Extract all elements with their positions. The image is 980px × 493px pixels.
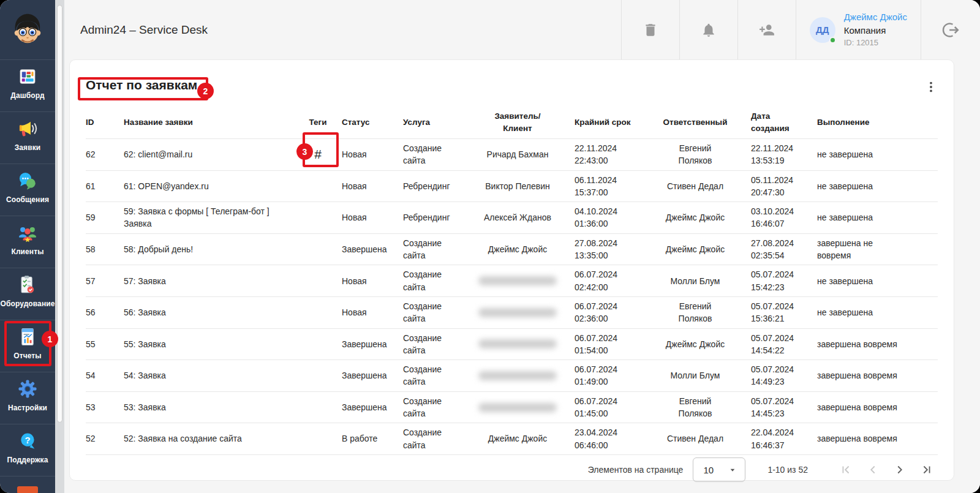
table-row-57[interactable]: 5757: ЗаявкаНоваяСоздание сайта06.07.202… [86, 265, 938, 297]
cell-deadline: 06.07.2024 01:54:00 [567, 329, 653, 360]
cell-id: 62 [86, 139, 124, 170]
sidebar-item-label: Сообщения [6, 195, 49, 204]
kebab-icon [924, 80, 938, 94]
cell-service: Создание сайта [403, 360, 475, 391]
scrollbar-thumb[interactable] [57, 5, 62, 423]
cell-completion: завершена вовремя [817, 392, 938, 423]
sidebar-item-requests[interactable]: Заявки [0, 111, 55, 164]
blurred-client-name [478, 371, 557, 380]
sidebar-scrollbar[interactable] [55, 0, 64, 493]
sidebar-user-avatar[interactable] [0, 0, 55, 59]
cell-deadline: 23.04.2024 06:46:00 [567, 423, 653, 454]
table-row-62[interactable]: 6262: client@mail.ru#НоваяСоздание сайта… [86, 139, 938, 171]
cell-service: Создание сайта [403, 265, 475, 296]
cell-created: 27.08.2024 02:35:54 [745, 234, 817, 265]
cell-responsible: Молли Блум [653, 360, 745, 391]
cell-name: 61: OPEN@yandex.ru [124, 171, 301, 202]
logout-icon [941, 21, 960, 39]
cell-name: 52: Заявка на создание сайта [124, 423, 301, 454]
page-size-select[interactable]: 10 [693, 457, 745, 482]
bell-icon [701, 22, 717, 38]
cell-created: 05.07.2024 15:36:21 [745, 297, 817, 328]
cell-service: Ребрендинг [403, 171, 475, 202]
cell-service: Создание сайта [403, 329, 475, 360]
cell-responsible: Стивен Дедал [653, 171, 745, 202]
cell-tags [301, 360, 342, 391]
user-initials: ДД [816, 24, 829, 35]
sidebar-item-settings[interactable]: Настройки [0, 372, 55, 424]
notifications-button[interactable] [680, 0, 737, 59]
trash-button[interactable] [622, 0, 679, 59]
cell-completion: не завершена [817, 139, 938, 170]
cell-completion: не завершена [817, 297, 938, 328]
cell-service: Создание сайта [403, 392, 475, 423]
cell-tags [301, 297, 342, 328]
sidebar-item-clients[interactable]: Клиенты [0, 216, 55, 268]
sidebar-item-label: Дашборд [10, 91, 44, 100]
cell-name: 59: Заявка с формы [ Телеграм-бот ] Заяв… [124, 202, 301, 233]
cell-created: 05.07.2024 14:54:22 [745, 329, 817, 360]
first-page-button [836, 460, 856, 480]
cell-status: Новая [342, 171, 403, 202]
sidebar-item-dashboard[interactable]: Дашборд [0, 59, 55, 111]
table-row-54[interactable]: 5454: ЗаявкаЗавершенаСоздание сайта06.07… [86, 360, 938, 392]
cell-deadline: 22.11.2024 22:43:00 [567, 139, 653, 170]
cell-name: 55: Заявка [124, 329, 301, 360]
caret-down-icon [728, 465, 737, 475]
sidebar-item-label: Отчеты [13, 352, 41, 360]
logout-button[interactable] [921, 0, 980, 59]
sidebar-item-support[interactable]: Поддержка [0, 424, 55, 476]
next-page-icon [893, 463, 907, 476]
sidebar: Дашборд Заявки Сообщения Клиенты Оборудо… [0, 0, 55, 493]
blurred-client-name [478, 339, 557, 348]
table-row-53[interactable]: 5353: ЗаявкаЗавершенаСоздание сайта06.07… [86, 392, 938, 424]
kebab-menu-button[interactable] [921, 77, 941, 99]
cell-service: Создание сайта [403, 423, 475, 454]
requests-table: IDНазвание заявкиТегиСтатусУслугаЗаявите… [86, 107, 938, 455]
cell-name: 54: Заявка [124, 360, 301, 391]
prev-page-button [863, 460, 883, 480]
content-area: Отчет по заявкам IDНазвание заявкиТегиСт… [64, 59, 980, 493]
table-row-58[interactable]: 5858: Добрый день!ЗавершенаСоздание сайт… [86, 234, 938, 266]
cell-client: Виктор Пелевин [475, 171, 567, 202]
tag-hash[interactable]: # [314, 145, 322, 164]
table-row-59[interactable]: 5959: Заявка с формы [ Телеграм-бот ] За… [86, 202, 938, 234]
cell-deadline: 06.07.2024 01:49:00 [567, 360, 653, 391]
column-header-id: ID [86, 107, 124, 138]
table-row-52[interactable]: 5252: Заявка на создание сайтаВ работеСо… [86, 423, 938, 455]
sidebar-item-equipment[interactable]: Оборудование [0, 268, 55, 320]
sidebar-item-messages[interactable]: Сообщения [0, 164, 55, 216]
cell-status: Новая [342, 139, 403, 170]
blurred-client-name [478, 403, 557, 412]
cell-client [475, 297, 567, 328]
sidebar-item-reports[interactable]: Отчеты [0, 320, 55, 372]
add-user-button[interactable] [738, 0, 796, 59]
cell-client [475, 265, 567, 296]
sidebar-item-label: Поддержка [7, 456, 48, 464]
cell-responsible: Молли Блум [653, 265, 745, 296]
blurred-client-name [478, 276, 557, 285]
cell-client [475, 329, 567, 360]
user-initials-avatar: ДД [810, 17, 835, 43]
table-row-61[interactable]: 6161: OPEN@yandex.ruНоваяРебрендингВикто… [86, 171, 938, 203]
cell-status: Новая [342, 202, 403, 233]
table-row-55[interactable]: 5555: ЗаявкаЗавершенаСоздание сайта06.07… [86, 329, 938, 361]
cell-name: 62: client@mail.ru [124, 139, 301, 170]
sidebar-item-partial[interactable] [0, 476, 55, 493]
page-range: 1-10 из 52 [767, 465, 808, 475]
next-page-button[interactable] [890, 460, 910, 480]
column-header-created: Дата создания [745, 107, 817, 138]
cell-id: 59 [86, 202, 124, 233]
cell-id: 56 [86, 297, 124, 328]
table-row-56[interactable]: 5656: ЗаявкаНоваяСоздание сайта06.07.202… [86, 297, 938, 329]
cell-tags [301, 202, 342, 233]
cell-id: 57 [86, 265, 124, 296]
last-page-button[interactable] [917, 460, 937, 480]
cell-responsible: Евгений Поляков [653, 139, 745, 170]
cell-responsible: Джеймс Джойс [653, 329, 745, 360]
cell-completion: завершена вовремя [817, 360, 938, 391]
user-profile-block[interactable]: ДД Джеймс Джойс Компания ID: 12015 [796, 0, 921, 59]
cell-tags [301, 171, 342, 202]
cell-tags [301, 423, 342, 454]
icon-settings [17, 378, 38, 399]
